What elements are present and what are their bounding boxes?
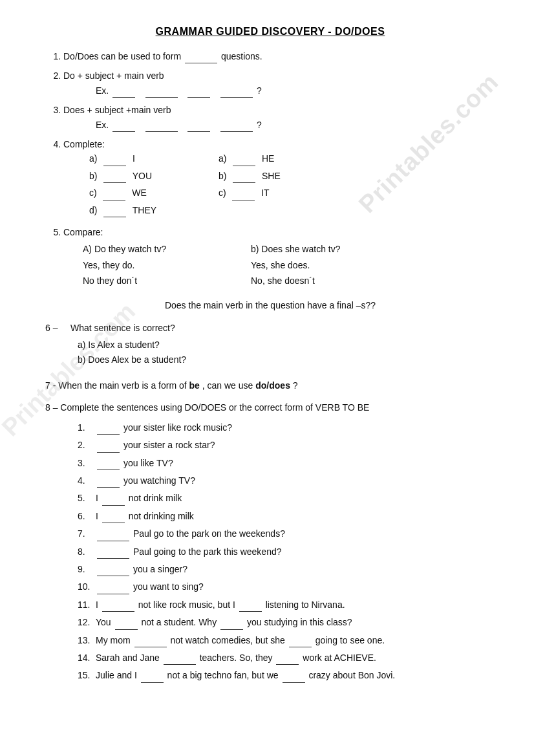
compare-grid: A) Do they watch tv? Yes, they do. No th… <box>83 242 495 289</box>
q8-11-end: listening to Nirvana. <box>266 599 345 610</box>
q8-item-13: My mom not watch comedies, but she going… <box>78 633 495 647</box>
q8-2-blank <box>97 444 120 453</box>
compare-left-yes: Yes, they do. <box>83 258 212 272</box>
q8-item-8: Paul going to the park this weekend? <box>78 545 495 559</box>
q8-10-blank <box>97 585 129 594</box>
q8-item-5: I not drink milk <box>78 491 495 505</box>
q8-14-blank1 <box>164 656 196 665</box>
q3-ex: Ex. ? <box>96 118 495 132</box>
q7-dodes: do/does <box>255 380 290 391</box>
complete-d-left: d) THEY <box>89 203 167 217</box>
q8-13-pre: My mom <box>96 635 133 645</box>
q8-12-pre: You <box>96 617 114 627</box>
q8-6-blank <box>102 514 125 523</box>
complete-left: a) I b) YOU c) WE d) THEY <box>89 151 167 220</box>
question-7: 7 - When the main verb is a form of be ,… <box>45 378 495 393</box>
q8-5-pre: I <box>96 493 101 503</box>
page-title: GRAMMAR GUIDED DISCOVERY - DO/DOES <box>45 26 495 38</box>
q8-item-11: I not like rock music, but I listening t… <box>78 598 495 612</box>
q8-2-text: your sister a rock star? <box>123 440 215 450</box>
page: Printables.com Printables.com GRAMMAR GU… <box>0 0 534 756</box>
q1-text: Do/Does can be used to form <box>63 51 181 61</box>
q8-item-15: Julie and I not a big techno fan, but we… <box>78 668 495 682</box>
question-1: Do/Does can be used to form questions. <box>63 49 495 63</box>
question-8: 8 – Complete the sentences using DO/DOES… <box>45 400 495 682</box>
main-list: Do/Does can be used to form questions. D… <box>45 49 495 289</box>
complete-c-right: c) IT <box>219 186 296 200</box>
complete-b-right: b) SHE <box>219 169 296 183</box>
q8-14-blank2 <box>276 656 299 665</box>
q8-12-blank1 <box>115 621 138 630</box>
q8-7-blank <box>97 532 129 541</box>
question-5: Compare: A) Do they watch tv? Yes, they … <box>63 225 495 290</box>
q2-ex: Ex. ? <box>96 83 495 98</box>
q8-item-12: You not a student. Why you studying in t… <box>78 615 495 629</box>
compare-right-question: b) Does she watch tv? <box>251 242 380 256</box>
compare-left-no: No they don´t <box>83 274 212 288</box>
q8-9-text: you a singer? <box>133 564 187 574</box>
q8-15-end: crazy about Bon Jovi. <box>308 670 395 680</box>
q8-14-pre: Sarah and Jane <box>96 653 162 663</box>
q1-blank <box>185 54 217 63</box>
q3-label: Does + subject +main verb <box>63 105 171 115</box>
q6-option-a: a) Is Alex a student? <box>78 338 495 352</box>
complete-right: a) HE b) SHE c) IT <box>219 151 296 220</box>
complete-a-left: a) I <box>89 151 167 166</box>
q8-list: your sister like rock music? your sister… <box>45 420 495 683</box>
q8-11-blank1 <box>102 603 134 612</box>
q5-label: Compare: <box>63 227 103 237</box>
q8-item-14: Sarah and Jane teachers. So, they work a… <box>78 651 495 665</box>
q8-6-text: not drinking milk <box>129 511 194 521</box>
q7-label: 7 - When the main verb is a form of <box>45 380 187 391</box>
q8-11-mid: not like rock music, but I <box>138 599 238 610</box>
q8-15-blank1 <box>141 674 164 683</box>
q8-item-4: you watching TV? <box>78 473 495 488</box>
q8-1-text: your sister like rock music? <box>123 422 232 433</box>
q8-8-text: Paul going to the park this weekend? <box>133 546 282 557</box>
complete-grid: a) I b) YOU c) WE d) THEY a) HE b) SHE c… <box>89 151 495 220</box>
question-4: Complete: a) I b) YOU c) WE d) THEY a) H… <box>63 137 495 220</box>
q6-text: What sentence is correct? <box>70 323 175 333</box>
q8-3-text: you like TV? <box>123 458 173 468</box>
q8-12-blank2 <box>220 621 243 630</box>
q8-item-2: your sister a rock star? <box>78 438 495 452</box>
q8-3-blank <box>97 461 120 470</box>
content: Do/Does can be used to form questions. D… <box>45 49 495 683</box>
question-3: Does + subject +main verb Ex. ? <box>63 103 495 132</box>
q8-14-mid: teachers. So, they <box>200 653 275 663</box>
q8-9-blank <box>97 567 129 576</box>
q8-7-text: Paul go to the park on the weekends? <box>133 528 285 539</box>
complete-b-left: b) YOU <box>89 169 167 183</box>
q8-11-blank2 <box>239 603 262 612</box>
q2-label: Do + subject + main verb <box>63 70 164 81</box>
compare-left: A) Do they watch tv? Yes, they do. No th… <box>83 242 212 289</box>
q8-item-10: you want to sing? <box>78 579 495 594</box>
q8-13-blank1 <box>134 638 167 647</box>
q8-13-blank2 <box>289 638 312 647</box>
complete-c-left: c) WE <box>89 186 167 200</box>
q6-label: 6 – <box>45 323 58 333</box>
q8-1-blank <box>97 426 120 435</box>
compare-right-no: No, she doesn´t <box>251 274 380 288</box>
q8-15-mid: not a big techno fan, but we <box>167 670 281 680</box>
q8-5-blank <box>102 497 125 506</box>
q8-10-text: you want to sing? <box>133 581 204 592</box>
q8-13-mid: not watch comedies, but she <box>170 635 287 645</box>
q8-4-text: you watching TV? <box>123 475 195 486</box>
q8-13-end: going to see one. <box>315 635 385 645</box>
q4-label: Complete: <box>63 139 105 149</box>
q8-label: 8 – Complete the sentences using DO/DOES… <box>45 400 495 415</box>
q7-end: ? <box>293 380 298 391</box>
q8-8-blank <box>97 550 129 559</box>
q8-item-6: I not drinking milk <box>78 509 495 523</box>
q7-be: be <box>189 380 200 391</box>
q8-12-end: you studying in this class? <box>247 617 352 627</box>
q8-6-pre: I <box>96 511 101 521</box>
q8-4-blank <box>97 479 120 488</box>
q8-15-pre: Julie and I <box>96 670 140 680</box>
q5-note: Does the main verb in the question have … <box>45 298 495 312</box>
q8-item-7: Paul go to the park on the weekends? <box>78 526 495 541</box>
compare-right-yes: Yes, she does. <box>251 258 380 272</box>
q8-item-1: your sister like rock music? <box>78 420 495 435</box>
question-2: Do + subject + main verb Ex. ? <box>63 69 495 98</box>
